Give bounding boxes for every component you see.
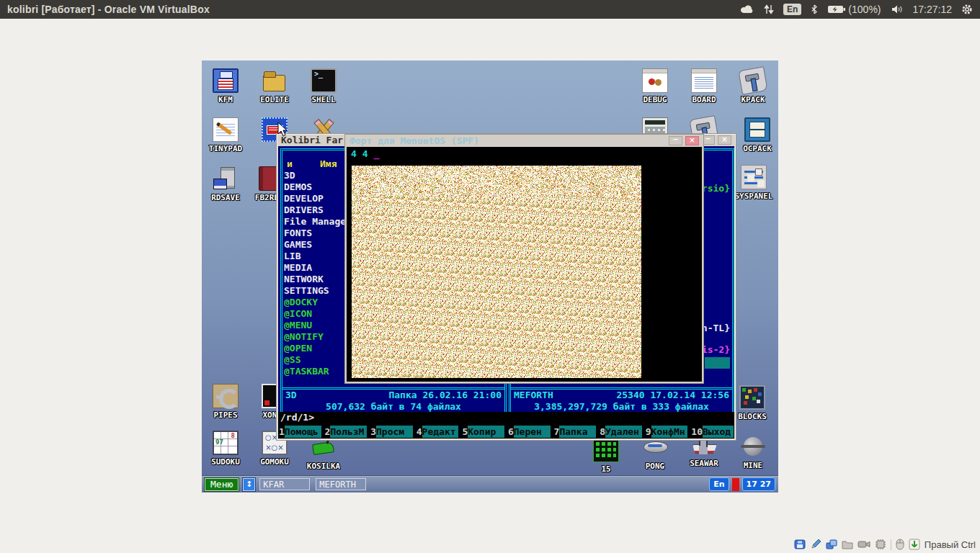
fkey-7[interactable]: 7Папка	[554, 426, 597, 438]
forth-titlebar[interactable]: Форт для MenuetOS (SPF)	[345, 135, 703, 146]
network-adapters-icon[interactable]	[826, 539, 837, 550]
virtualization-features-icon[interactable]	[875, 539, 886, 550]
cpu-load-indicator[interactable]	[732, 478, 739, 491]
desktop-icon-label: TINYPAD	[202, 144, 250, 153]
fkey-number: 8	[600, 426, 605, 438]
fkey-2[interactable]: 2ПользМ	[325, 426, 368, 438]
fkey-9[interactable]: 9КонфМн	[646, 426, 688, 438]
far-window-title: Kolibri Far	[281, 135, 343, 145]
desktop-icon-game-15[interactable]: 15	[582, 438, 631, 474]
desktop-icon-kpack[interactable]: KPACK	[729, 68, 778, 104]
desktop-icon-label: GOMOKU	[250, 457, 299, 467]
fkey-number: 7	[554, 426, 560, 438]
fifteen-icon	[593, 438, 619, 462]
gear-icon[interactable]	[961, 4, 973, 15]
optical-disk-icon[interactable]	[810, 539, 821, 550]
forth-window-title: Форт для MenuetOS (SPF)	[349, 135, 479, 146]
close-icon[interactable]	[718, 135, 731, 145]
forth-output: 4 4_	[351, 148, 379, 159]
harddisk-icon[interactable]	[794, 539, 806, 550]
bluetooth-icon[interactable]	[811, 4, 818, 14]
selected-name: 3D	[285, 390, 297, 401]
window-bug-icon	[642, 68, 668, 93]
fkey-number: 5	[462, 426, 468, 438]
column-header-name[interactable]: Имя	[320, 158, 337, 169]
desktop-icon-tinypad[interactable]: TINYPAD	[202, 117, 250, 153]
desktop-icon-board[interactable]: BOARD	[680, 68, 729, 104]
fkey-label: Копир	[468, 426, 504, 438]
desktop-icon-kfm[interactable]: KFM	[202, 68, 250, 104]
desktop-icon-eolite[interactable]: EOLITE	[250, 68, 299, 104]
desktop-icon-sudoku[interactable]: SUDOKU	[202, 431, 250, 467]
desktop-icon-label: MINE	[729, 461, 778, 470]
sudoku-icon	[213, 431, 239, 455]
desktop-icon-ocpack[interactable]: OCPACK	[733, 117, 778, 153]
far-command-line[interactable]: /rd/1>	[278, 412, 734, 424]
host-key-capture-icon[interactable]	[909, 539, 920, 550]
taskbar-task-meforth[interactable]: MEFORTH	[316, 478, 366, 490]
fkey-3[interactable]: 3Просм	[370, 426, 413, 438]
battery-icon	[827, 4, 846, 14]
updown-arrows-icon[interactable]	[243, 478, 255, 491]
hammer-icon	[738, 66, 767, 95]
battery-indicator[interactable]: (100%)	[827, 4, 881, 15]
fkey-label: Перен	[514, 426, 551, 438]
desktop-icon-rdsave[interactable]: RDSAVE	[202, 166, 250, 202]
fkey-8[interactable]: 8Удален	[600, 426, 642, 438]
vm-layout-indicator[interactable]: En	[709, 477, 729, 491]
desktop-icon-shell[interactable]: SHELL	[299, 68, 348, 104]
fkey-label: Помощь	[285, 426, 321, 438]
mouse-cursor	[277, 122, 288, 140]
desktop-icon-label: PONG	[631, 462, 680, 471]
fkey-1[interactable]: 1Помощь	[279, 426, 321, 438]
fkey-number: 3	[370, 426, 376, 438]
desktop-icon-label: SYSPANEL	[729, 192, 778, 201]
cabinet-icon	[744, 117, 770, 142]
keyboard-layout-indicator[interactable]: En	[783, 4, 801, 15]
fkey-label: Редакт	[422, 426, 459, 438]
fkey-label: Просм	[376, 426, 413, 438]
desktop-icon-pipes[interactable]: PIPES	[202, 384, 250, 420]
fkey-5[interactable]: 5Копир	[462, 426, 504, 438]
selected-name: MEFORTH	[514, 390, 553, 401]
shared-folders-icon[interactable]	[842, 539, 853, 550]
mouse-integration-icon[interactable]	[896, 539, 904, 550]
desktop-icon-syspanel[interactable]: SYSPANEL	[729, 165, 778, 201]
desktop-icon-debug[interactable]: DEBUG	[631, 68, 680, 104]
desktop-icon-label: SHELL	[299, 95, 348, 104]
minimize-icon[interactable]	[669, 136, 682, 145]
selected-info: 25340 17.02.14 12:56	[616, 390, 729, 401]
taskbar-task-kfar[interactable]: KFAR	[259, 478, 310, 490]
far-file-fragment: is-2}	[702, 344, 730, 355]
forth-console[interactable]: 4 4_	[347, 147, 702, 382]
text-cursor: _	[373, 148, 379, 159]
desktop-icon-label: KFM	[202, 95, 250, 104]
host-clock[interactable]: 17:27:12	[913, 4, 953, 15]
fkey-6[interactable]: 6Перен	[508, 426, 551, 438]
panel-totals: 507,632 байт в 74 файлах	[282, 401, 504, 413]
vm-taskbar: Меню KFARMEFORTH En 17 27	[202, 475, 778, 493]
fkey-label: ПользМ	[330, 426, 367, 438]
network-arrows-icon[interactable]	[764, 4, 774, 14]
fkey-label: Удален	[605, 426, 642, 438]
forth-window-buttons	[669, 136, 699, 145]
fkey-number: 10	[691, 426, 703, 438]
fkey-label: КонфМн	[651, 426, 688, 438]
far-function-keybar: 1Помощь2ПользМ3Просм4Редакт5Копир6Перен7…	[278, 424, 734, 439]
desktop-icon-label: KPACK	[729, 95, 778, 104]
video-capture-icon[interactable]	[858, 539, 870, 549]
fkey-10[interactable]: 10Выход	[691, 426, 734, 438]
vm-clock[interactable]: 17 27	[742, 477, 775, 491]
desktop-icon-label: BOARD	[680, 95, 729, 104]
fkey-4[interactable]: 4Редакт	[416, 426, 459, 438]
volume-icon[interactable]	[891, 4, 904, 14]
pipes-icon	[213, 384, 239, 408]
cloud-icon[interactable]	[740, 4, 754, 14]
fkey-number: 4	[416, 426, 422, 438]
close-icon[interactable]	[685, 136, 699, 145]
fkey-number: 9	[646, 426, 651, 438]
far-left-status: 3D Папка 26.02.16 21:00 507,632 байт в 7…	[282, 387, 504, 413]
desktop-icon-label: SUDOKU	[202, 457, 250, 467]
start-menu-button[interactable]: Меню	[205, 478, 239, 491]
selection-bar	[705, 357, 730, 369]
